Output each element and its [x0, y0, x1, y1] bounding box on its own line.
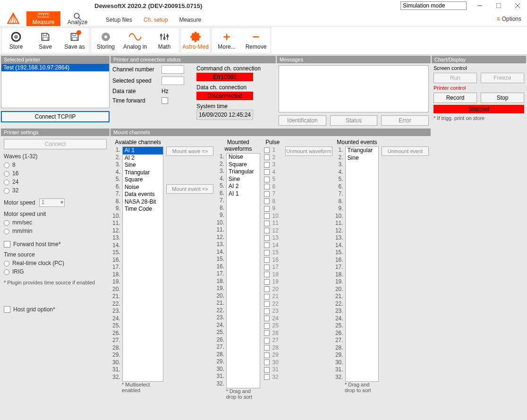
list-item[interactable] — [123, 286, 163, 294]
list-item[interactable] — [123, 228, 163, 235]
list-item[interactable] — [227, 205, 259, 213]
time-forward-checkbox[interactable] — [162, 97, 168, 104]
pulse-row[interactable]: 5 — [263, 176, 282, 183]
pulse-row[interactable]: 13 — [263, 234, 282, 242]
list-item[interactable] — [227, 271, 259, 278]
save-as-button[interactable]: Save as — [60, 28, 89, 53]
list-item[interactable] — [346, 198, 378, 206]
subtab-measure[interactable]: Measure — [179, 17, 201, 24]
list-item[interactable] — [227, 249, 259, 257]
list-item[interactable] — [346, 330, 378, 338]
list-item[interactable] — [227, 264, 259, 271]
pulse-checkbox[interactable] — [264, 184, 270, 189]
pulse-row[interactable]: 10 — [263, 213, 282, 220]
list-item[interactable]: Triangular — [227, 168, 259, 176]
more-button[interactable]: More... — [212, 28, 241, 53]
list-item[interactable] — [346, 184, 378, 191]
pulse-checkbox[interactable] — [264, 191, 270, 197]
pulse-row[interactable]: 21 — [263, 293, 282, 300]
radio-waves-24[interactable]: 24 — [4, 179, 107, 185]
pulse-checkbox[interactable] — [264, 352, 270, 358]
pulse-row[interactable]: 27 — [263, 337, 282, 344]
list-item[interactable] — [346, 213, 378, 221]
pulse-row[interactable]: 7 — [263, 190, 282, 198]
list-item[interactable]: AI 1 — [123, 147, 163, 154]
list-item[interactable] — [227, 285, 259, 293]
minimize-button[interactable] — [470, 0, 489, 11]
list-item[interactable] — [227, 278, 259, 286]
forward-host-checkbox[interactable] — [4, 241, 10, 248]
list-item[interactable] — [123, 316, 163, 323]
pulse-checkbox[interactable] — [264, 242, 270, 248]
list-item[interactable] — [123, 345, 163, 352]
list-item[interactable] — [227, 373, 259, 381]
list-item[interactable] — [346, 169, 378, 177]
available-list[interactable]: AI 1AI 2SineTriangularSquareNoiseData ev… — [122, 146, 164, 382]
pulse-checkbox[interactable] — [264, 301, 270, 307]
list-item[interactable]: Noise — [123, 184, 163, 191]
astro-med-button[interactable]: Astro-Med — [181, 28, 210, 53]
list-item[interactable] — [123, 206, 163, 213]
radio-mmsec[interactable]: mm/sec — [4, 219, 107, 226]
pulse-checkbox[interactable] — [264, 147, 270, 153]
list-item[interactable] — [227, 197, 259, 205]
list-item[interactable] — [123, 308, 163, 316]
radio-waves-32[interactable]: 32 — [4, 187, 107, 194]
list-item[interactable]: AI 2 — [123, 154, 163, 162]
list-item[interactable] — [123, 257, 163, 265]
tab-measure[interactable]: Measure — [26, 11, 60, 26]
radio-mmmin[interactable]: mm/min — [4, 228, 107, 234]
list-item[interactable] — [227, 308, 259, 315]
pulse-row[interactable]: 25 — [263, 322, 282, 330]
tab-analyze[interactable]: Analyze — [60, 11, 94, 26]
subtab-ch-setup[interactable]: Ch. setup — [144, 17, 168, 24]
pulse-row[interactable]: 31 — [263, 366, 282, 374]
list-item[interactable]: AI 2 — [227, 183, 259, 190]
list-item[interactable] — [346, 367, 378, 374]
list-item[interactable] — [123, 235, 163, 242]
list-item[interactable]: Sine — [227, 176, 259, 183]
list-item[interactable] — [346, 228, 378, 235]
pulse-row[interactable]: 16 — [263, 257, 282, 264]
pulse-row[interactable]: 26 — [263, 330, 282, 337]
list-item[interactable] — [123, 213, 163, 221]
list-item[interactable] — [227, 351, 259, 359]
pulse-row[interactable]: 11 — [263, 220, 282, 227]
pulse-checkbox[interactable] — [264, 162, 270, 168]
host-grid-checkbox[interactable] — [4, 306, 10, 313]
list-item[interactable] — [227, 344, 259, 351]
pulse-checkbox[interactable] — [264, 294, 270, 300]
list-item[interactable] — [346, 279, 378, 286]
motor-speed-combo[interactable]: 1 — [39, 198, 65, 207]
mount-wave-button[interactable]: Mount wave => — [166, 146, 213, 156]
pulse-row[interactable]: 15 — [263, 249, 282, 257]
list-item[interactable] — [346, 316, 378, 323]
subtab-setup-files[interactable]: Setup files — [106, 17, 132, 24]
list-item[interactable] — [123, 352, 163, 360]
pulse-checkbox[interactable] — [264, 338, 270, 343]
list-item[interactable] — [123, 323, 163, 330]
messages-box[interactable] — [279, 65, 429, 112]
list-item[interactable] — [227, 220, 259, 227]
pulse-checkbox[interactable] — [264, 286, 270, 292]
pulse-checkbox[interactable] — [264, 235, 270, 241]
list-item[interactable]: NASA 28-Bit Time Code — [123, 198, 163, 206]
list-item[interactable]: Triangular — [123, 169, 163, 177]
list-item[interactable] — [346, 374, 378, 382]
pulse-checkbox[interactable] — [264, 154, 270, 160]
list-item[interactable] — [227, 256, 259, 264]
mount-event-button[interactable]: Mount event => — [166, 184, 213, 194]
pulse-row[interactable]: 22 — [263, 300, 282, 308]
close-button[interactable] — [508, 0, 527, 11]
pulse-row[interactable]: 14 — [263, 242, 282, 249]
printer-listbox[interactable]: Test (192.168.10.97:2864) — [1, 63, 110, 108]
stop-button[interactable]: Stop — [481, 93, 524, 103]
list-item[interactable]: AI 1 — [227, 190, 259, 198]
list-item[interactable]: Sine — [123, 162, 163, 169]
list-item[interactable] — [346, 323, 378, 330]
list-item[interactable] — [123, 337, 163, 345]
pulse-checkbox[interactable] — [264, 323, 270, 329]
pulse-row[interactable]: 32 — [263, 374, 282, 381]
radio-rtc[interactable]: Real-time clock (PC) — [4, 260, 107, 266]
list-item[interactable] — [227, 315, 259, 322]
